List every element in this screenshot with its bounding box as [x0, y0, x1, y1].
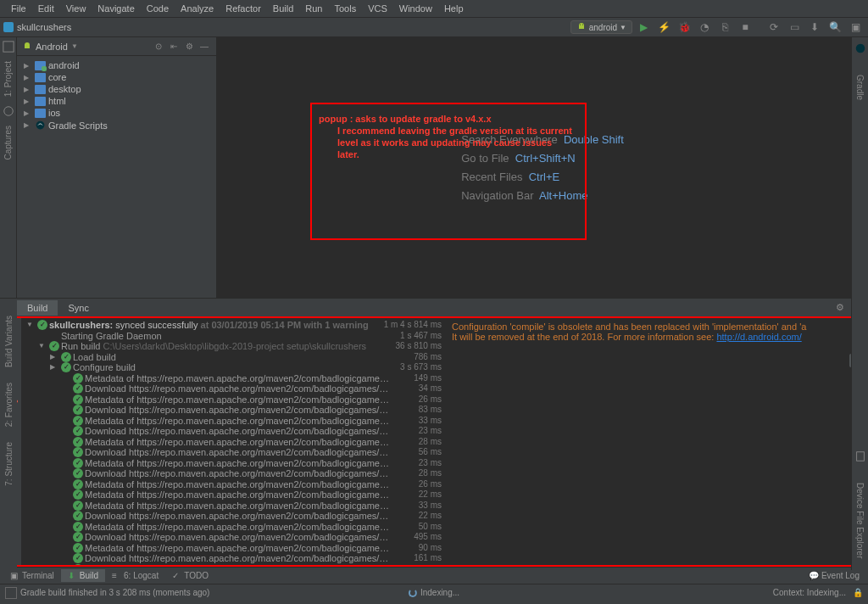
- ok-icon: ✓: [73, 479, 83, 489]
- run-button[interactable]: ▶: [634, 20, 653, 35]
- toolbar-right: android ▼ ▶ ⚡ 🐞 ◔ ⎘ ■ ⟳ ▭ ⬇ 🔍 ▣: [570, 20, 865, 35]
- gutter-build-variants[interactable]: Build Variants: [4, 314, 14, 369]
- tree-item-desktop[interactable]: ▶desktop: [19, 83, 214, 95]
- run-config-selector[interactable]: android ▼: [570, 20, 632, 34]
- menu-tools[interactable]: Tools: [328, 3, 362, 14]
- build-console[interactable]: Configuration 'compile' is obsolete and …: [446, 318, 865, 565]
- menu-help[interactable]: Help: [438, 3, 470, 14]
- ok-icon: ✓: [73, 405, 83, 415]
- tree-item-android[interactable]: ▶android: [19, 59, 214, 71]
- tab-logcat[interactable]: ≡6: Logcat: [105, 569, 165, 582]
- ok-icon: ✓: [73, 532, 83, 542]
- build-row[interactable]: ✓Download https://repo.maven.apache.org/…: [25, 405, 443, 416]
- attach-button[interactable]: ⎘: [715, 20, 734, 35]
- svg-point-4: [36, 121, 45, 130]
- gutter-device-explorer[interactable]: Device File Explorer: [855, 479, 865, 562]
- tree-item-gradle-scripts[interactable]: ▶Gradle Scripts: [19, 119, 214, 131]
- menu-file[interactable]: File: [5, 3, 32, 14]
- left-lower-tool-strip: Build Variants 2: Favorites 7: Structure: [0, 305, 17, 568]
- search-icon[interactable]: 🔍: [826, 20, 844, 35]
- apply-changes-button[interactable]: ⚡: [654, 20, 673, 35]
- build-row[interactable]: ✓Download https://repo.maven.apache.org/…: [25, 511, 443, 522]
- build-row[interactable]: ✓Metadata of https://repo.maven.apache.o…: [25, 501, 443, 512]
- tree-item-core[interactable]: ▶core: [19, 71, 214, 83]
- build-panel-tabs: Build Sync ⚙ —: [0, 298, 868, 316]
- gear-icon[interactable]: ⚙: [833, 301, 847, 315]
- main-split: 1: Project Captures Android ▼ ⊙ ⇤ ⚙ — ▶a…: [0, 37, 868, 298]
- settings-icon[interactable]: ▣: [846, 20, 865, 35]
- chevron-down-icon[interactable]: ▼: [71, 42, 78, 50]
- build-row[interactable]: ✓Download https://repo.maven.apache.org/…: [25, 553, 443, 564]
- build-row[interactable]: ✓Metadata of https://repo.maven.apache.o…: [25, 373, 443, 384]
- build-row[interactable]: ✓Metadata of https://repo.maven.apache.o…: [25, 522, 443, 533]
- menu-run[interactable]: Run: [299, 3, 328, 14]
- sync-head-row[interactable]: ▼✓ skullcrushers: synced successfully at…: [25, 320, 443, 331]
- stop-button[interactable]: ■: [736, 20, 754, 35]
- build-row[interactable]: ✓Download https://repo.maven.apache.org/…: [25, 532, 443, 543]
- device-explorer-icon[interactable]: [854, 450, 866, 462]
- build-row[interactable]: Starting Gradle Daemon1 s 467 ms: [25, 331, 443, 342]
- build-row[interactable]: ✓Metadata of https://repo.maven.apache.o…: [25, 458, 443, 469]
- tab-sync[interactable]: Sync: [58, 300, 98, 316]
- gutter-project[interactable]: 1: Project: [3, 59, 13, 98]
- sdk-button[interactable]: ⬇: [805, 20, 824, 35]
- build-row[interactable]: ✓Metadata of https://repo.maven.apache.o…: [25, 394, 443, 405]
- menu-view[interactable]: View: [60, 3, 92, 14]
- breadcrumb[interactable]: skullcrushers: [3, 22, 71, 32]
- scroll-from-source-icon[interactable]: ⊙: [152, 40, 165, 53]
- collapse-all-icon[interactable]: ⇤: [167, 40, 181, 53]
- tab-todo[interactable]: ✓TODO: [165, 569, 215, 582]
- avd-button[interactable]: ▭: [785, 20, 804, 35]
- debug-button[interactable]: 🐞: [675, 20, 693, 35]
- event-log-button[interactable]: 💬Event Log: [809, 571, 868, 580]
- sync-button[interactable]: ⟳: [765, 20, 783, 35]
- build-output-tree[interactable]: ▼✓ skullcrushers: synced successfully at…: [22, 318, 446, 565]
- captures-tool-icon[interactable]: [3, 105, 14, 117]
- tab-build-bottom[interactable]: ⬇Build: [61, 569, 105, 582]
- build-row[interactable]: ▼✓Run build C:\Users\darkd\Desktop\libgd…: [25, 341, 443, 352]
- build-row[interactable]: ▶✓Load build786 ms: [25, 352, 443, 363]
- build-row[interactable]: ✓Download https://repo.maven.apache.org/…: [25, 468, 443, 479]
- build-row[interactable]: ✓Download https://repo.maven.apache.org/…: [25, 383, 443, 394]
- tab-terminal[interactable]: ▣Terminal: [3, 569, 61, 582]
- build-row[interactable]: ✓Metadata of https://repo.maven.apache.o…: [25, 489, 443, 501]
- build-row[interactable]: ✓Metadata of https://repo.maven.apache.o…: [25, 564, 443, 566]
- profile-button[interactable]: ◔: [695, 20, 714, 35]
- menu-code[interactable]: Code: [141, 3, 175, 14]
- statusbar-icon[interactable]: [5, 587, 17, 599]
- gradle-icon[interactable]: [854, 42, 866, 54]
- hide-icon[interactable]: —: [198, 40, 211, 53]
- gradle-icon: [35, 120, 46, 131]
- build-icon: ⬇: [68, 571, 77, 580]
- menu-edit[interactable]: Edit: [32, 3, 60, 14]
- lock-icon[interactable]: 🔒: [853, 588, 863, 597]
- menu-refactor[interactable]: Refactor: [220, 3, 267, 14]
- console-link[interactable]: http://d.android.com/: [716, 332, 801, 342]
- menu-vcs[interactable]: VCS: [362, 3, 393, 14]
- build-row[interactable]: ▶✓Configure build3 s 673 ms: [25, 362, 443, 373]
- build-row[interactable]: ✓Metadata of https://repo.maven.apache.o…: [25, 416, 443, 427]
- status-left: Gradle build finished in 3 s 208 ms (mom…: [20, 588, 209, 597]
- menu-analyze[interactable]: Analyze: [175, 3, 220, 14]
- menu-window[interactable]: Window: [393, 3, 438, 14]
- build-row[interactable]: ✓Download https://repo.maven.apache.org/…: [25, 426, 443, 437]
- gear-icon[interactable]: ⚙: [182, 40, 196, 53]
- menu-navigate[interactable]: Navigate: [92, 3, 140, 14]
- tree-item-html[interactable]: ▶html: [19, 95, 214, 107]
- tree-item-ios[interactable]: ▶ios: [19, 107, 214, 119]
- build-row[interactable]: ✓Metadata of https://repo.maven.apache.o…: [25, 479, 443, 490]
- build-row[interactable]: ✓Metadata of https://repo.maven.apache.o…: [25, 543, 443, 554]
- ok-icon: ✓: [73, 383, 83, 394]
- menu-build[interactable]: Build: [267, 3, 299, 14]
- gutter-captures[interactable]: Captures: [3, 124, 13, 162]
- folder-icon: [35, 85, 46, 94]
- gutter-gradle[interactable]: Gradle: [855, 71, 865, 103]
- tab-build[interactable]: Build: [17, 300, 58, 316]
- project-tool-icon[interactable]: [3, 41, 14, 53]
- ok-icon: ✓: [61, 352, 71, 362]
- gutter-favorites[interactable]: 2: Favorites: [4, 381, 14, 428]
- gutter-structure[interactable]: 7: Structure: [4, 440, 14, 488]
- status-context: Context: Indexing...: [773, 588, 846, 597]
- build-row[interactable]: ✓Download https://repo.maven.apache.org/…: [25, 447, 443, 458]
- build-row[interactable]: ✓Metadata of https://repo.maven.apache.o…: [25, 437, 443, 448]
